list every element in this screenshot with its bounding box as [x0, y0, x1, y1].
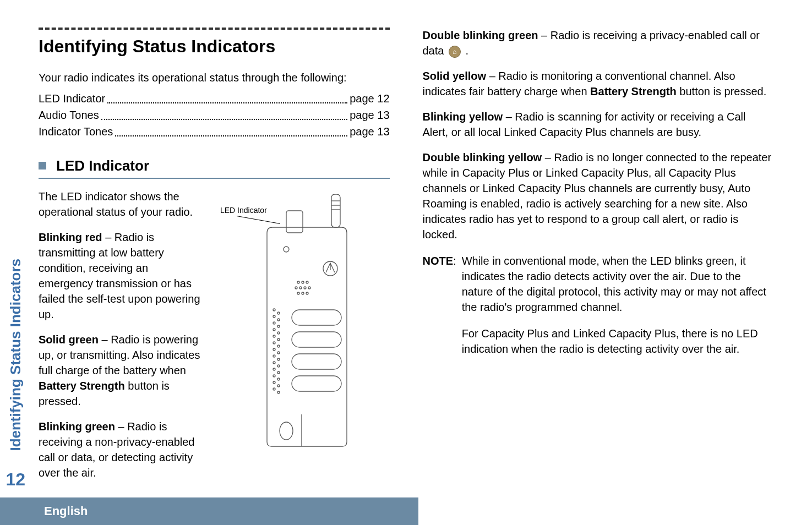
state-solid-green: Solid green – Radio is powering up, or t…: [39, 332, 204, 409]
state-blinking-red: Blinking red – Radio is transmitting at …: [39, 229, 204, 322]
toc-label: Audio Tones: [39, 107, 99, 123]
svg-point-30: [277, 338, 280, 341]
svg-point-29: [273, 335, 275, 337]
state-double-blinking-yellow: Double blinking yellow – Radio is no lon…: [423, 150, 774, 242]
svg-point-44: [277, 385, 280, 387]
section-title: LED Indicator: [56, 156, 149, 176]
svg-rect-19: [292, 354, 341, 369]
svg-point-10: [295, 287, 297, 289]
svg-point-25: [273, 322, 275, 324]
note-paragraph: For Capacity Plus and Linked Capacity Pl…: [462, 326, 773, 357]
battery-strength-label: Battery Strength: [39, 380, 125, 392]
svg-point-47: [280, 422, 293, 440]
toc-leader-dots: [107, 88, 347, 103]
svg-rect-17: [292, 310, 341, 325]
section-header: LED Indicator: [39, 156, 390, 176]
svg-point-40: [277, 371, 280, 374]
svg-point-43: [273, 381, 275, 384]
svg-point-11: [299, 287, 302, 289]
toc-leader-dots: [115, 121, 347, 136]
svg-point-5: [284, 247, 289, 252]
section-divider-dash: [39, 28, 390, 30]
svg-point-13: [308, 287, 310, 289]
svg-point-12: [304, 287, 306, 289]
toc-row: Indicator Tones page 13: [39, 124, 390, 139]
svg-point-9: [306, 281, 308, 283]
svg-point-41: [273, 375, 275, 377]
section-rule: [39, 178, 390, 179]
toc-row: Audio Tones page 13: [39, 107, 390, 123]
side-tab: Identifying Status Indicators 12: [0, 248, 31, 492]
svg-point-33: [273, 348, 275, 351]
toc-label: Indicator Tones: [39, 124, 113, 139]
svg-point-8: [302, 281, 304, 283]
section-bullet-icon: [39, 162, 46, 169]
toc-leader-dots: [101, 105, 347, 120]
toc-label: LED Indicator: [39, 91, 105, 106]
figure-caption: LED Indicator: [220, 205, 267, 216]
svg-point-46: [277, 391, 280, 393]
battery-strength-label: Battery Strength: [590, 85, 677, 97]
side-tab-title: Identifying Status Indicators: [0, 248, 31, 462]
svg-point-7: [297, 281, 299, 283]
state-label: Blinking red: [39, 231, 102, 243]
svg-point-15: [302, 292, 304, 294]
footer-bar: English: [0, 497, 418, 525]
svg-point-31: [273, 342, 275, 344]
toc-page: page 12: [350, 91, 389, 106]
svg-rect-18: [292, 332, 341, 347]
svg-point-32: [277, 345, 280, 347]
svg-point-24: [277, 319, 280, 321]
state-double-blinking-green: Double blinking green – Radio is receivi…: [423, 28, 774, 58]
state-label: Solid yellow: [423, 70, 487, 82]
toc-row: LED Indicator page 12: [39, 91, 390, 106]
toc-page: page 13: [350, 107, 389, 123]
svg-point-42: [277, 378, 280, 380]
svg-point-23: [273, 315, 275, 318]
section-intro: The LED indicator shows the operational …: [39, 189, 204, 220]
svg-point-37: [273, 362, 275, 364]
state-solid-yellow: Solid yellow – Radio is monitoring a con…: [423, 68, 774, 99]
state-blinking-green: Blinking green – Radio is receiving a no…: [39, 419, 204, 480]
page-number: 12: [6, 467, 25, 492]
svg-point-21: [273, 309, 275, 311]
intro-text: Your radio indicates its operational sta…: [39, 70, 390, 85]
note-label: NOTE:: [423, 253, 456, 368]
svg-point-16: [306, 292, 308, 294]
radio-figure: LED Indicator: [215, 189, 358, 451]
state-label: Double blinking yellow: [423, 151, 542, 163]
svg-point-26: [277, 325, 280, 327]
svg-point-27: [273, 329, 275, 331]
state-label: Blinking green: [39, 420, 115, 433]
note-paragraph: While in conventional mode, when the LED…: [462, 253, 773, 315]
state-blinking-yellow: Blinking yellow – Radio is scanning for …: [423, 109, 774, 140]
privacy-icon: ⌂: [449, 46, 461, 58]
state-label: Double blinking green: [423, 29, 538, 41]
svg-point-14: [297, 292, 299, 294]
svg-point-35: [273, 355, 275, 357]
page-title: Identifying Status Indicators: [39, 34, 390, 59]
toc-page: page 13: [350, 124, 389, 139]
note-block: NOTE: While in conventional mode, when t…: [423, 253, 774, 368]
state-label: Solid green: [39, 333, 99, 346]
svg-point-39: [273, 368, 275, 370]
svg-point-22: [277, 312, 280, 314]
svg-point-38: [277, 365, 280, 367]
state-desc: – Radio is transmitting at low battery c…: [39, 231, 200, 320]
state-desc: button is pressed.: [677, 85, 766, 97]
svg-point-28: [277, 332, 280, 334]
svg-rect-4: [286, 211, 303, 233]
svg-rect-0: [331, 194, 340, 227]
svg-point-36: [277, 358, 280, 360]
state-label: Blinking yellow: [423, 111, 503, 123]
svg-point-45: [273, 388, 275, 390]
state-desc: – Radio is no longer connected to the re…: [423, 151, 772, 240]
footer-language: English: [44, 503, 88, 520]
svg-rect-20: [292, 376, 341, 391]
state-desc: .: [462, 45, 468, 57]
svg-point-34: [277, 352, 280, 354]
radio-illustration: [248, 194, 358, 447]
